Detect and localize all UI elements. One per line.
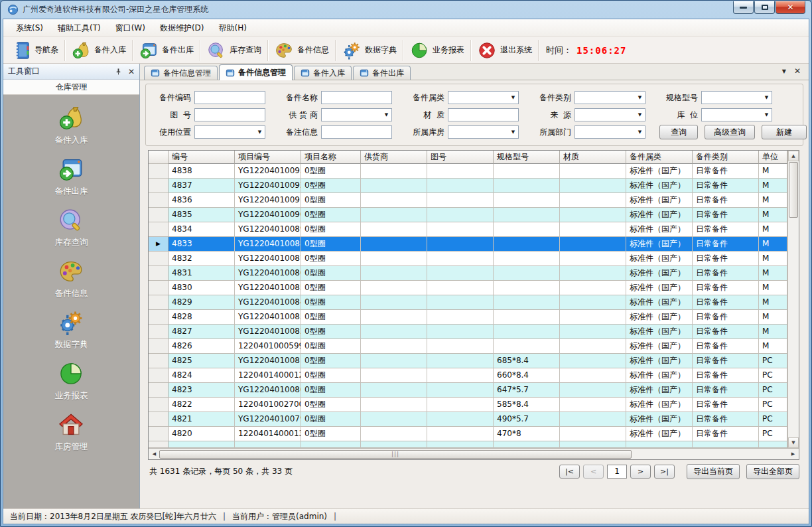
data-dictionary-button[interactable]: 数据字典 bbox=[337, 39, 401, 62]
scroll-left-icon[interactable]: ◀ bbox=[149, 451, 159, 457]
table-cell: 0型圈 bbox=[301, 383, 361, 398]
table-row[interactable]: 4823YG122040100800型圈647*5.7标准件（国产）日常备件PC bbox=[149, 383, 787, 398]
prev-page-button[interactable]: < bbox=[583, 465, 604, 479]
scroll-down-icon[interactable]: ▼ bbox=[788, 437, 799, 448]
column-header-图号[interactable]: 图号 bbox=[427, 151, 494, 164]
horizontal-scroll-thumb[interactable]: ||| bbox=[159, 450, 632, 459]
column-header-备件类别[interactable]: 备件类别 bbox=[693, 151, 759, 164]
warehouse-combo[interactable]: ▼ bbox=[448, 125, 519, 139]
table-row[interactable]: 4835YG122040100900型圈标准件（国产）日常备件M bbox=[149, 208, 787, 222]
table-row[interactable]: 4831YG122040100860型圈标准件（国产）日常备件M bbox=[149, 266, 787, 281]
advanced-query-button[interactable]: 高级查询 bbox=[705, 125, 755, 139]
scroll-up-icon[interactable]: ▲ bbox=[788, 151, 799, 161]
tab-备件信息管理-1[interactable]: 备件信息管理 bbox=[219, 64, 293, 80]
close-button[interactable]: ✕ bbox=[776, 1, 805, 14]
column-header-项目编号[interactable]: 项目编号 bbox=[235, 151, 301, 164]
department-combo[interactable]: ▼ bbox=[575, 125, 645, 139]
parts-info-button[interactable]: 备件信息 bbox=[269, 39, 334, 62]
column-header-编号[interactable]: 编号 bbox=[169, 151, 235, 164]
export-current-page-button[interactable]: 导出当前页 bbox=[687, 464, 740, 479]
supplier-combo-group: 供 货 商▼ bbox=[279, 108, 392, 121]
table-row[interactable]: 4827YG122040100820型圈标准件（国产）日常备件M bbox=[149, 325, 787, 339]
maximize-button[interactable] bbox=[754, 1, 775, 14]
material-field[interactable] bbox=[448, 108, 519, 121]
window-title: 广州爱奇迪软件科技有限公司-深田之星仓库管理系统 bbox=[23, 4, 208, 15]
current-date-text: 当前日期：2013年8月2日星期五 农历癸巳[蛇]年六月廿六 bbox=[10, 511, 216, 522]
next-page-button[interactable]: > bbox=[630, 465, 651, 479]
minimize-button[interactable] bbox=[733, 1, 754, 14]
chevron-down-icon: ▼ bbox=[635, 92, 645, 104]
close-icon: ✕ bbox=[787, 3, 793, 12]
table-row[interactable]: 4828YG122040100830型圈标准件（国产）日常备件M bbox=[149, 310, 787, 325]
menu-data-maintenance[interactable]: 数据维护(D) bbox=[153, 19, 212, 37]
table-row[interactable]: 482012204014000130型圈470*8标准件（国产）日常备件PC bbox=[149, 427, 787, 441]
parts-outbound-button[interactable]: 备件出库 bbox=[134, 39, 198, 62]
sidebar-item-data-dictionary[interactable]: 数据字典 bbox=[6, 306, 137, 352]
spec-model-combo[interactable]: ▼ bbox=[701, 91, 772, 104]
sidebar-close-icon[interactable]: ✕ bbox=[128, 68, 135, 76]
column-header-供货商[interactable]: 供货商 bbox=[361, 151, 427, 164]
exit-system-button[interactable]: 退出系统 bbox=[472, 39, 537, 62]
parts-category-combo[interactable]: ▼ bbox=[575, 91, 645, 104]
stock-query-button[interactable]: 库存查询 bbox=[202, 39, 266, 62]
sidebar-item-parts-info[interactable]: 备件信息 bbox=[6, 255, 137, 301]
table-row[interactable]: 4837YG122040100920型圈标准件（国产）日常备件M bbox=[149, 179, 787, 193]
vertical-scroll-thumb[interactable] bbox=[789, 162, 798, 218]
sidebar-item-warehouse-mgmt[interactable]: 库房管理 bbox=[6, 408, 137, 455]
table-cell: 585*8.4 bbox=[494, 398, 560, 412]
nav-bar-button[interactable]: 导航条 bbox=[7, 39, 63, 62]
use-position-combo[interactable]: ▼ bbox=[194, 125, 265, 139]
new-button[interactable]: 新建 bbox=[762, 125, 807, 139]
parts-code-field[interactable] bbox=[194, 91, 265, 104]
menu-window[interactable]: 窗口(W) bbox=[108, 19, 153, 37]
table-cell bbox=[361, 208, 427, 222]
tab-close-icon[interactable]: ✕ bbox=[794, 66, 801, 76]
parts-inbound-button[interactable]: 备件入库 bbox=[66, 39, 131, 62]
column-header-单位[interactable]: 单位 bbox=[759, 151, 787, 164]
source-combo[interactable]: ▼ bbox=[575, 108, 645, 121]
table-row[interactable]: 482412204014000120型圈660*8.4标准件（国产）日常备件PC bbox=[149, 368, 787, 383]
tab-备件出库-3[interactable]: 备件出库 bbox=[353, 66, 411, 80]
table-row[interactable]: 4838YG122040100930型圈标准件（国产）日常备件M bbox=[149, 164, 787, 179]
sidebar-item-stock-query[interactable]: 库存查询 bbox=[6, 204, 137, 250]
sidebar-item-parts-inbound[interactable]: 备件入库 bbox=[6, 102, 137, 148]
menu-aux-tools[interactable]: 辅助工具(T) bbox=[50, 19, 108, 37]
table-cell: 0型圈 bbox=[301, 354, 361, 368]
sidebar-item-business-report[interactable]: 业务报表 bbox=[6, 357, 137, 404]
sidebar-item-parts-outbound[interactable]: 备件出库 bbox=[6, 153, 137, 199]
table-row[interactable]: 4832YG122040100870型圈标准件（国产）日常备件M bbox=[149, 252, 787, 266]
menu-help[interactable]: 帮助(H) bbox=[212, 19, 254, 37]
location-combo[interactable]: ▼ bbox=[701, 108, 772, 121]
column-header-规格型号[interactable]: 规格型号 bbox=[494, 151, 560, 164]
query-button[interactable]: 查询 bbox=[659, 125, 698, 139]
remark-field[interactable] bbox=[321, 125, 392, 139]
table-row[interactable]: 4821YG122040100790型圈490*5.7标准件（国产）日常备件PC bbox=[149, 412, 787, 427]
tab-备件信息管理-0[interactable]: 备件信息管理 bbox=[144, 66, 218, 80]
parts-name-field[interactable] bbox=[321, 91, 392, 104]
supplier-combo[interactable]: ▼ bbox=[321, 108, 392, 121]
business-report-button[interactable]: 业务报表 bbox=[405, 39, 469, 62]
table-row[interactable]: 482612204010005990型圈标准件（国产）日常备件M bbox=[149, 339, 787, 354]
tab-备件入库-2[interactable]: 备件入库 bbox=[294, 66, 352, 80]
column-header-项目名称[interactable]: 项目名称 bbox=[301, 151, 361, 164]
menu-system[interactable]: 系统(S) bbox=[9, 19, 50, 37]
column-header-备件属类[interactable]: 备件属类 bbox=[626, 151, 693, 164]
pin-icon[interactable] bbox=[115, 68, 122, 76]
first-page-button[interactable]: |< bbox=[559, 465, 580, 479]
table-cell: 0型圈 bbox=[301, 208, 361, 222]
table-row[interactable]: 4825YG122040100810型圈685*8.4标准件（国产）日常备件PC bbox=[149, 354, 787, 368]
table-row[interactable]: 482212204010027000型圈585*8.4标准件（国产）日常备件PC bbox=[149, 398, 787, 412]
column-header-材质[interactable]: 材质 bbox=[560, 151, 626, 164]
parts-genus-combo[interactable]: ▼ bbox=[448, 91, 519, 104]
table-row[interactable]: ▶4833YG122040100880型圈标准件（国产）日常备件M bbox=[149, 237, 787, 252]
table-row[interactable]: 4829YG122040100840型圈标准件（国产）日常备件M bbox=[149, 295, 787, 310]
tab-list-dropdown-icon[interactable]: ▼ bbox=[782, 68, 786, 74]
table-row[interactable]: 4830YG122040100850型圈标准件（国产）日常备件M bbox=[149, 281, 787, 295]
drawing-no-field[interactable] bbox=[194, 108, 265, 121]
last-page-button[interactable]: >| bbox=[654, 465, 675, 479]
page-number-input[interactable] bbox=[607, 465, 627, 479]
scroll-right-icon[interactable]: ▶ bbox=[788, 451, 798, 457]
table-row[interactable]: 4834YG122040100890型圈标准件（国产）日常备件M bbox=[149, 222, 787, 237]
table-row[interactable]: 4836YG122040100910型圈标准件（国产）日常备件M bbox=[149, 193, 787, 208]
export-all-pages-button[interactable]: 导出全部页 bbox=[746, 464, 799, 479]
